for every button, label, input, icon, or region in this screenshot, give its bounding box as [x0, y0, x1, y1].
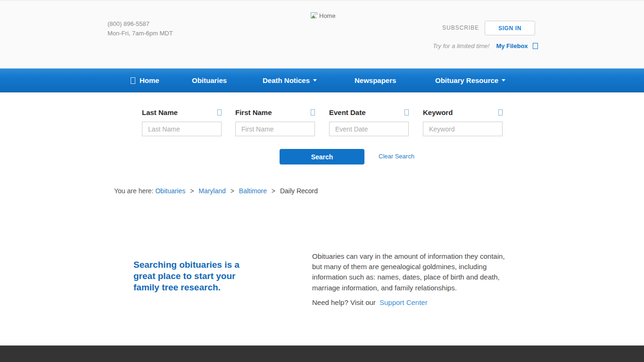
field-label-row: Last Name [142, 108, 222, 116]
event-date-input[interactable] [329, 122, 409, 136]
keyword-input[interactable] [423, 122, 503, 136]
support-hours: Mon-Fri, 7am-6pm MDT [107, 29, 173, 38]
search-button[interactable]: Search [280, 149, 364, 165]
clear-search-link[interactable]: Clear Search [379, 153, 414, 160]
breadcrumb-link-maryland[interactable]: Maryland [198, 187, 226, 195]
field-label-row: First Name [235, 108, 315, 116]
breadcrumb-current: Daily Record [280, 187, 318, 195]
field-label: First Name [235, 108, 272, 116]
promo-row: Try for a limited time! My Filebox [433, 42, 538, 49]
field-event-date: Event Date [329, 108, 409, 136]
breadcrumb-separator: > [190, 187, 194, 195]
sign-in-button[interactable]: SIGN IN [485, 21, 535, 35]
field-help-icon[interactable] [405, 109, 409, 115]
support-center-link[interactable]: Support Center [380, 298, 428, 306]
footer [0, 346, 644, 362]
header: (800) 896-5587 Mon-Fri, 7am-6pm MDT Home… [0, 0, 644, 68]
nav-item-obituaries[interactable]: Obituaries [192, 68, 227, 92]
contact-info: (800) 896-5587 Mon-Fri, 7am-6pm MDT [107, 19, 173, 38]
first-name-input[interactable] [235, 122, 315, 136]
promo-text: Try for a limited time! [433, 42, 489, 49]
field-help-icon[interactable] [217, 109, 222, 115]
nav-label: Obituary Resource [435, 76, 498, 84]
nav-label: Newspapers [355, 76, 396, 84]
main-nav: Home Obituaries Death Notices Newspapers… [0, 68, 644, 92]
breadcrumb-link-baltimore[interactable]: Baltimore [239, 187, 267, 195]
chevron-down-icon [313, 79, 317, 82]
breadcrumb-link-obituaries[interactable]: Obituaries [155, 187, 185, 195]
field-label-row: Event Date [329, 108, 409, 116]
subscribe-link[interactable]: SUBSCRIBE [442, 25, 479, 31]
field-keyword: Keyword [423, 108, 503, 136]
home-logo-link[interactable]: Home [311, 12, 336, 19]
home-icon [131, 77, 135, 84]
breadcrumb-separator: > [231, 187, 234, 195]
chevron-down-icon [502, 79, 505, 82]
field-label: Last Name [142, 108, 178, 116]
field-last-name: Last Name [142, 108, 222, 136]
nav-label: Obituaries [192, 76, 227, 84]
field-label-row: Keyword [423, 108, 503, 116]
nav-item-death-notices[interactable]: Death Notices [263, 68, 317, 92]
field-label: Keyword [423, 108, 453, 116]
page-headline: Searching obituaries is a great place to… [133, 259, 252, 293]
breadcrumb-separator: > [272, 187, 275, 195]
nav-label: Death Notices [263, 76, 310, 84]
help-prefix: Need help? Visit our [312, 298, 376, 306]
broken-image-icon [311, 12, 318, 19]
my-filebox-link[interactable]: My Filebox [496, 42, 528, 49]
nav-item-obituary-resource[interactable]: Obituary Resource [435, 68, 505, 92]
phone-number: (800) 896-5587 [107, 19, 173, 29]
nav-label: Home [140, 76, 159, 84]
intro-paragraph: Obituaries can vary in the amount of inf… [312, 251, 506, 293]
field-first-name: First Name [235, 108, 315, 136]
breadcrumb: You are here: Obituaries > Maryland > Ba… [114, 187, 318, 195]
last-name-input[interactable] [142, 122, 222, 136]
logo-alt-text: Home [319, 12, 336, 19]
field-help-icon[interactable] [498, 109, 503, 115]
help-line: Need help? Visit our Support Center [312, 297, 506, 308]
nav-item-newspapers[interactable]: Newspapers [355, 68, 396, 92]
intro-copy: Obituaries can vary in the amount of inf… [312, 251, 506, 308]
field-help-icon[interactable] [311, 109, 315, 115]
nav-item-home[interactable]: Home [131, 68, 159, 92]
filebox-icon[interactable] [533, 43, 538, 49]
page: (800) 896-5587 Mon-Fri, 7am-6pm MDT Home… [0, 0, 644, 362]
breadcrumb-prefix: You are here: [114, 187, 154, 195]
field-label: Event Date [329, 108, 366, 116]
